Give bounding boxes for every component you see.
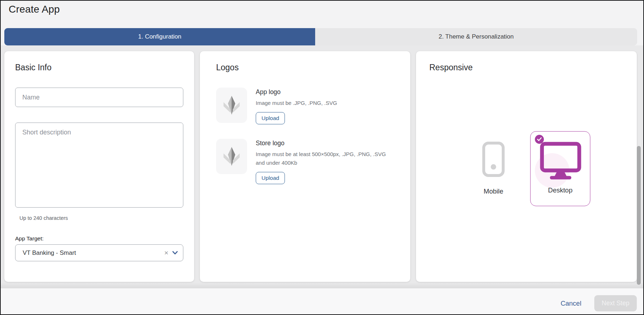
app-logo-requirements: Image must be .JPG, .PNG, .SVG [256,99,337,107]
app-target-value: VT Banking - Smart [23,249,162,257]
option-desktop-selected[interactable]: Desktop [530,131,590,206]
description-helper-text: Up to 240 characters [19,215,183,221]
next-step-button[interactable]: Next Step [594,295,637,311]
chevron-down-icon[interactable] [171,251,178,255]
mobile-label: Mobile [471,187,516,195]
page-title: Create App [9,4,60,15]
app-logo-placeholder-icon [216,88,247,123]
store-logo-requirements: Image must be at least 500×500px, .JPG, … [256,150,394,167]
app-logo-row: App logo Image must be .JPG, .PNG, .SVG … [216,88,394,124]
desktop-monitor-icon [540,142,581,181]
basic-info-title: Basic Info [15,63,183,72]
store-logo-placeholder-icon [216,139,247,174]
logos-card: Logos App logo Image must be .JPG, .PNG,… [200,51,410,282]
logos-title: Logos [216,63,394,72]
mobile-phone-icon [471,141,516,177]
tab-theme-personalization[interactable]: 2. Theme & Personalization [315,28,637,45]
store-logo-row: Store logo Image must be at least 500×50… [216,139,394,184]
short-description-textarea[interactable] [15,123,183,208]
responsive-card: Responsive Mobile [416,51,637,282]
tab-theme-personalization-label: 2. Theme & Personalization [439,33,514,40]
name-input[interactable] [15,88,183,107]
tab-configuration[interactable]: 1. Configuration [4,28,315,45]
app-target-label: App Target: [15,235,183,242]
option-mobile[interactable]: Mobile [471,141,516,195]
clear-selection-icon[interactable]: ✕ [162,249,171,257]
vertical-scrollbar-thumb[interactable] [637,146,641,285]
create-app-window: Create App 1. Configuration 2. Theme & P… [0,0,644,315]
app-target-select[interactable]: VT Banking - Smart ✕ [15,244,183,261]
app-logo-info: App logo Image must be .JPG, .PNG, .SVG … [256,88,337,124]
cancel-button[interactable]: Cancel [560,300,581,307]
footer-bar: Cancel Next Step [1,288,643,315]
store-logo-name: Store logo [256,139,394,147]
tab-configuration-label: 1. Configuration [138,33,181,40]
store-logo-upload-button[interactable]: Upload [256,172,285,184]
store-logo-info: Store logo Image must be at least 500×50… [256,139,394,184]
responsive-title: Responsive [429,63,623,72]
app-logo-name: App logo [256,88,337,96]
wizard-steps: 1. Configuration 2. Theme & Personalizat… [4,28,637,45]
basic-info-card: Basic Info Up to 240 characters App Targ… [4,51,194,282]
desktop-label: Desktop [531,186,590,194]
app-logo-upload-button[interactable]: Upload [256,112,285,124]
